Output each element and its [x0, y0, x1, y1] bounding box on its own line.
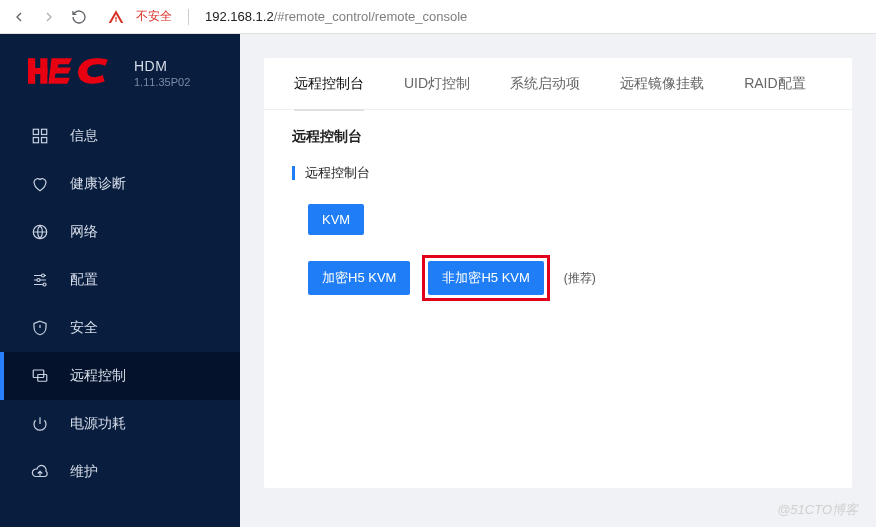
back-icon[interactable] — [8, 6, 30, 28]
sidebar-item-label: 配置 — [70, 271, 98, 289]
tab-remote-image[interactable]: 远程镜像挂载 — [600, 58, 724, 110]
svg-rect-3 — [33, 129, 38, 134]
sidebar-item-remote[interactable]: 远程控制 — [0, 352, 240, 400]
tab-boot[interactable]: 系统启动项 — [490, 58, 600, 110]
sidebar-item-label: 网络 — [70, 223, 98, 241]
sub-title: 远程控制台 — [264, 158, 852, 198]
brand: HDM 1.11.35P02 — [0, 52, 240, 112]
sidebar: HDM 1.11.35P02 信息 健康诊断 网络 配置 — [0, 34, 240, 527]
not-secure-label: 不安全 — [136, 8, 172, 25]
sliders-icon — [30, 270, 50, 290]
sidebar-item-label: 健康诊断 — [70, 175, 126, 193]
sidebar-item-info[interactable]: 信息 — [0, 112, 240, 160]
section-title: 远程控制台 — [264, 110, 852, 158]
encrypted-h5-kvm-button[interactable]: 加密H5 KVM — [308, 261, 410, 295]
sidebar-item-label: 电源功耗 — [70, 415, 126, 433]
sidebar-item-label: 远程控制 — [70, 367, 126, 385]
brand-title: HDM — [134, 58, 190, 74]
svg-point-9 — [37, 279, 40, 282]
svg-point-8 — [42, 274, 45, 277]
watermark: @51CTO博客 — [777, 501, 858, 519]
tab-uid[interactable]: UID灯控制 — [384, 58, 490, 110]
cloud-icon — [30, 462, 50, 482]
sidebar-item-label: 维护 — [70, 463, 98, 481]
svg-rect-11 — [33, 370, 44, 378]
url-path: /#remote_control/remote_console — [274, 9, 468, 24]
svg-rect-2 — [28, 68, 47, 74]
highlight-box: 非加密H5 KVM — [422, 255, 549, 301]
address-bar[interactable]: 192.168.1.2/#remote_control/remote_conso… — [205, 9, 467, 24]
brand-version: 1.11.35P02 — [134, 76, 190, 88]
svg-point-10 — [43, 283, 46, 286]
sidebar-nav: 信息 健康诊断 网络 配置 安全 远程控制 — [0, 112, 240, 496]
divider — [188, 9, 189, 25]
globe-icon — [30, 222, 50, 242]
sidebar-item-security[interactable]: 安全 — [0, 304, 240, 352]
tab-raid[interactable]: RAID配置 — [724, 58, 825, 110]
main: 远程控制台 UID灯控制 系统启动项 远程镜像挂载 RAID配置 远程控制台 远… — [240, 34, 876, 527]
browser-bar: 不安全 192.168.1.2/#remote_control/remote_c… — [0, 0, 876, 34]
forward-icon[interactable] — [38, 6, 60, 28]
grid-icon — [30, 126, 50, 146]
tab-remote-console[interactable]: 远程控制台 — [274, 58, 384, 110]
url-host: 192.168.1.2 — [205, 9, 274, 24]
unencrypted-h5-kvm-button[interactable]: 非加密H5 KVM — [428, 261, 543, 295]
sidebar-item-power[interactable]: 电源功耗 — [0, 400, 240, 448]
sidebar-item-health[interactable]: 健康诊断 — [0, 160, 240, 208]
svg-rect-6 — [42, 138, 47, 143]
sidebar-item-network[interactable]: 网络 — [0, 208, 240, 256]
kvm-button[interactable]: KVM — [308, 204, 364, 235]
sidebar-item-config[interactable]: 配置 — [0, 256, 240, 304]
power-icon — [30, 414, 50, 434]
svg-rect-4 — [42, 129, 47, 134]
svg-rect-5 — [33, 138, 38, 143]
sidebar-item-label: 安全 — [70, 319, 98, 337]
warning-icon — [108, 9, 124, 25]
monitor-icon — [30, 366, 50, 386]
sidebar-item-label: 信息 — [70, 127, 98, 145]
shield-icon — [30, 318, 50, 338]
h3c-logo — [28, 58, 120, 88]
sidebar-item-maintain[interactable]: 维护 — [0, 448, 240, 496]
content-panel: 远程控制台 UID灯控制 系统启动项 远程镜像挂载 RAID配置 远程控制台 远… — [264, 58, 852, 488]
reload-icon[interactable] — [68, 6, 90, 28]
heart-icon — [30, 174, 50, 194]
recommended-note: (推荐) — [564, 270, 596, 287]
tabs: 远程控制台 UID灯控制 系统启动项 远程镜像挂载 RAID配置 — [264, 58, 852, 110]
